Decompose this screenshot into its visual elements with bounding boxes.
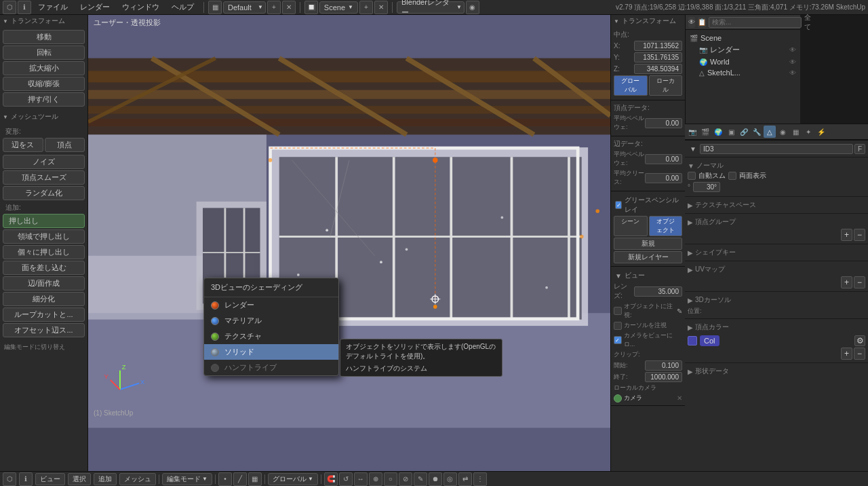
layout-icon[interactable]: ▦: [208, 1, 222, 14]
mode-selector[interactable]: 編集モード ▼: [162, 473, 212, 485]
constraint-props-icon[interactable]: 🔗: [738, 126, 750, 138]
uvmap-header[interactable]: ▶ UVマップ: [688, 264, 865, 275]
mesh-tools-header[interactable]: ▼ メッシュツール: [0, 111, 87, 123]
focus-field[interactable]: [614, 307, 622, 315]
snap2-icon[interactable]: ⊕: [369, 472, 382, 486]
filter-icon[interactable]: ▼: [688, 143, 698, 154]
smooth-vert-btn[interactable]: 頂点スムーズ: [3, 170, 85, 185]
texture-props-icon[interactable]: ▦: [789, 126, 802, 138]
shrink-btn[interactable]: 収縮/膨張: [3, 77, 85, 91]
camera-check[interactable]: ✓: [614, 336, 622, 344]
make-edge-btn[interactable]: 辺/面作成: [3, 276, 85, 291]
deg-input[interactable]: [693, 182, 720, 192]
vertex-color-header[interactable]: ▶ 頂点カラー: [688, 322, 865, 333]
scene-btn[interactable]: シーン: [614, 216, 648, 236]
point-icon[interactable]: •: [218, 472, 232, 486]
world-eye-icon[interactable]: 👁: [789, 58, 796, 66]
remove-col-btn[interactable]: −: [854, 348, 865, 360]
shape-data-header[interactable]: ▶ 形状データ: [688, 366, 865, 377]
new-btn[interactable]: 新規: [614, 238, 682, 250]
noise-btn[interactable]: ノイズ: [3, 155, 85, 169]
object-props-icon[interactable]: ▣: [725, 126, 737, 138]
scale-btn[interactable]: 拡大縮小: [3, 61, 85, 75]
new-layer-btn[interactable]: 新規レイヤー: [614, 251, 682, 263]
edit-focus-icon[interactable]: ✎: [677, 307, 682, 315]
close-scene-icon[interactable]: ✕: [374, 1, 388, 14]
subdivide-btn[interactable]: 細分化: [3, 292, 85, 306]
menu-file[interactable]: ファイル: [33, 1, 73, 14]
cursor-check[interactable]: [614, 322, 622, 330]
inset-btn[interactable]: 面を差し込む: [3, 261, 85, 275]
camera-close-icon[interactable]: ✕: [677, 394, 682, 402]
randomize-btn[interactable]: ランダム化: [3, 186, 85, 200]
render-props-icon[interactable]: 📷: [686, 126, 698, 138]
edge-btn[interactable]: 辺をス: [3, 138, 43, 152]
extrude-btn[interactable]: 押し出し: [3, 214, 85, 228]
blender-icon[interactable]: ⬡: [3, 1, 16, 14]
view-btn[interactable]: ビュー: [35, 473, 65, 485]
object-btn[interactable]: オブジェクト: [649, 216, 683, 236]
add-btn[interactable]: 追加: [94, 473, 117, 485]
sync-icon[interactable]: ⇄: [458, 472, 472, 486]
loop-cut-btn[interactable]: ループカットと...: [3, 307, 85, 322]
mesh-btn[interactable]: メッシュ: [119, 473, 156, 485]
right-transform-header[interactable]: ▼ トランスフォーム: [611, 15, 685, 27]
onion-icon[interactable]: ◎: [443, 472, 457, 486]
transform-header[interactable]: ▼ トランスフォーム: [0, 15, 87, 27]
col-settings-icon[interactable]: ⚙: [854, 335, 865, 346]
menu-help[interactable]: ヘルプ: [166, 1, 199, 14]
record-icon[interactable]: ⏺: [429, 472, 442, 486]
world-item[interactable]: 🌍 World 👁: [688, 56, 797, 67]
sketchup-eye-icon[interactable]: 👁: [789, 69, 796, 77]
grease-check[interactable]: ✓: [615, 201, 622, 209]
offset-edge-btn[interactable]: オフセット辺ス...: [3, 323, 85, 337]
outliner-type-icon[interactable]: 📋: [698, 17, 706, 28]
menu-render[interactable]: レンダー: [75, 1, 115, 14]
remove-vgroup-btn[interactable]: −: [854, 229, 865, 241]
region-extrude-btn[interactable]: 領域で押し出し: [3, 229, 85, 244]
texture-space-header[interactable]: ▶ テクスチャスペース: [688, 200, 865, 210]
info-icon[interactable]: ℹ: [18, 1, 31, 14]
vertex-group-header[interactable]: ▶ 頂点グループ: [688, 217, 865, 227]
auto-smooth-check[interactable]: [688, 172, 696, 180]
push-btn[interactable]: 押す/引く: [3, 92, 85, 107]
shapekey-header[interactable]: ▶ シェイプキー: [688, 247, 865, 258]
particle-props-icon[interactable]: ✦: [802, 126, 814, 138]
scene-props-icon[interactable]: 🎬: [699, 126, 711, 138]
scene-selector[interactable]: Scene ▼: [319, 1, 358, 14]
global-btn[interactable]: グローバル: [614, 75, 648, 96]
outliner-search[interactable]: [709, 17, 802, 28]
material-props-icon[interactable]: ◉: [776, 126, 789, 138]
render-eye-icon[interactable]: 👁: [789, 46, 796, 54]
edge-mode-icon[interactable]: ╱: [233, 472, 247, 486]
add-vgroup-btn[interactable]: +: [841, 229, 852, 241]
texture-shading-item[interactable]: テクスチャ: [204, 329, 338, 344]
extra-icon[interactable]: ⋮: [473, 472, 487, 486]
render-small-icon[interactable]: ◉: [466, 1, 479, 14]
add-scene-icon[interactable]: +: [359, 1, 373, 14]
render-item[interactable]: 📷 レンダー 👁: [688, 43, 797, 56]
snap-icon[interactable]: 🧲: [324, 472, 338, 486]
add-layout-icon[interactable]: +: [267, 1, 281, 14]
gpencil-icon[interactable]: ✎: [414, 472, 427, 486]
engine-selector[interactable]: Blenderレンダー ▼: [397, 1, 465, 14]
add-uv-btn[interactable]: +: [841, 276, 852, 288]
rotate-snap-icon[interactable]: ↺: [339, 472, 353, 486]
global-selector[interactable]: グローバル ▼: [268, 473, 318, 485]
viewport-icon[interactable]: 🔲: [304, 1, 318, 14]
physics-props-icon[interactable]: ⚡: [815, 126, 827, 138]
id-field[interactable]: ID3: [700, 144, 853, 154]
extra-shading-item[interactable]: ハンフトライブ: [204, 360, 338, 375]
scale-snap-icon[interactable]: ↔: [354, 472, 368, 486]
cursor3d-header[interactable]: ▶ 3Dカーソル: [688, 295, 865, 305]
face-icon[interactable]: ▦: [248, 472, 262, 486]
vert-btn[interactable]: 頂点: [45, 138, 85, 152]
layout-selector[interactable]: Default ▼: [223, 1, 266, 14]
normal-header[interactable]: ▼ ノーマル: [688, 160, 865, 171]
f-badge[interactable]: F: [854, 144, 865, 154]
scene-item[interactable]: 🎬 Scene: [688, 33, 797, 43]
proportional-icon[interactable]: ○: [384, 472, 397, 486]
menu-window[interactable]: ウィンドウ: [117, 1, 165, 14]
select-btn[interactable]: 選択: [68, 473, 91, 485]
render-shading-item[interactable]: レンダー: [204, 297, 338, 313]
